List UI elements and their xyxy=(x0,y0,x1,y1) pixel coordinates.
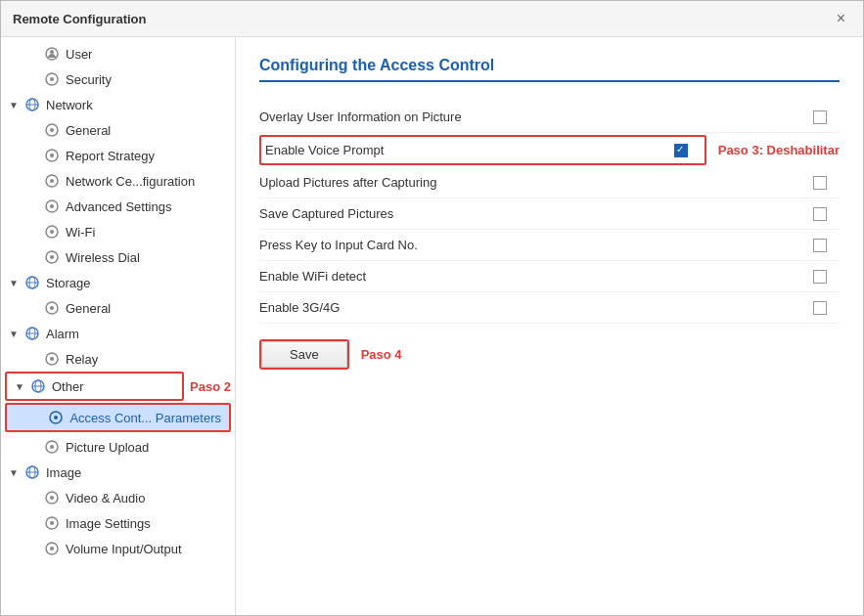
general-icon xyxy=(44,122,60,138)
picture-upload-icon xyxy=(44,439,60,455)
sidebar-label-storage: Storage xyxy=(46,276,91,290)
sidebar-label-video-audio: Video & Audio xyxy=(66,491,145,506)
save-area: Save Paso 4 xyxy=(259,339,840,370)
save-captured-label: Save Captured Pictures xyxy=(259,206,800,221)
sidebar-item-other[interactable]: ▼ Other xyxy=(5,372,184,401)
sidebar-item-report-strategy[interactable]: Report Strategy xyxy=(1,143,235,168)
enable-wifi-checkbox[interactable] xyxy=(813,270,827,284)
sidebar-label-access-cont: Access Cont... Parameters xyxy=(69,411,221,425)
arrow-placeholder xyxy=(28,303,40,314)
other-arrow: ▼ xyxy=(15,381,26,392)
sidebar-item-security[interactable]: Security xyxy=(1,66,235,92)
sidebar-label-wifi: Wi-Fi xyxy=(66,225,95,240)
image-settings-icon xyxy=(44,515,60,531)
enable-voice-check[interactable] xyxy=(661,144,701,157)
alarm-arrow: ▼ xyxy=(9,329,21,339)
sidebar-item-picture-upload[interactable]: Picture Upload xyxy=(1,434,235,460)
image-arrow: ▼ xyxy=(9,467,21,478)
sidebar-item-wifi[interactable]: Wi-Fi xyxy=(1,219,235,244)
wireless-dial-icon xyxy=(44,249,60,265)
security-icon xyxy=(44,71,60,87)
storage-general-icon xyxy=(44,300,60,316)
arrow-placeholder xyxy=(28,201,40,212)
arrow-placeholder xyxy=(28,151,40,161)
main-title: Configuring the Access Control xyxy=(259,57,840,82)
title-bar: Remote Configuration × xyxy=(1,1,863,37)
arrow-placeholder xyxy=(28,49,40,60)
svg-point-35 xyxy=(50,445,54,449)
save-captured-checkbox[interactable] xyxy=(813,207,827,221)
svg-point-3 xyxy=(50,77,54,81)
svg-point-8 xyxy=(50,128,54,132)
sidebar-item-network-config[interactable]: Network Ce...figuration xyxy=(1,168,235,194)
netconfig-icon xyxy=(44,173,60,189)
sidebar-item-image-settings[interactable]: Image Settings xyxy=(1,510,235,536)
sidebar-item-video-audio[interactable]: Video & Audio xyxy=(1,485,235,510)
sidebar-label-user: User xyxy=(66,47,92,62)
access-cont-icon xyxy=(48,410,64,425)
arrow-placeholder xyxy=(28,493,40,504)
press-key-check[interactable] xyxy=(800,239,840,252)
sidebar-label-netconfig: Network Ce...figuration xyxy=(66,174,195,189)
sidebar-label-report-strategy: Report Strategy xyxy=(66,149,155,163)
enable-3g-checkbox[interactable] xyxy=(813,301,827,315)
volume-icon xyxy=(44,541,60,556)
sidebar-item-general[interactable]: General xyxy=(1,117,235,143)
advanced-icon xyxy=(44,198,60,214)
form-row-enable-voice: Enable Voice Prompt xyxy=(259,135,706,165)
svg-point-12 xyxy=(50,179,54,183)
arrow-placeholder xyxy=(34,413,44,423)
other-row-wrapper: ▼ Other Paso 2 xyxy=(1,372,235,401)
sidebar-item-user[interactable]: User xyxy=(1,41,235,66)
upload-pictures-checkbox[interactable] xyxy=(813,176,827,190)
dialog-title: Remote Configuration xyxy=(13,12,147,26)
upload-pictures-check[interactable] xyxy=(800,176,840,190)
save-captured-check[interactable] xyxy=(800,207,840,221)
overlay-user-check[interactable] xyxy=(800,110,840,124)
arrow-placeholder xyxy=(28,227,40,238)
remote-config-dialog: Remote Configuration × User Security xyxy=(0,0,864,616)
form-row-enable-3g: Enable 3G/4G xyxy=(259,292,840,324)
sidebar-item-wireless-dial[interactable]: Wireless Dial xyxy=(1,244,235,270)
arrow-placeholder xyxy=(28,176,40,187)
sidebar-item-image[interactable]: ▼ Image xyxy=(1,460,235,485)
sidebar-item-relay[interactable]: Relay xyxy=(1,346,235,372)
report-icon xyxy=(44,148,60,163)
video-audio-icon xyxy=(44,490,60,506)
sidebar-item-access-cont[interactable]: Access Cont... Parameters xyxy=(5,403,231,432)
sidebar-item-network[interactable]: ▼ Network xyxy=(1,92,235,117)
svg-point-40 xyxy=(50,496,54,500)
overlay-user-checkbox[interactable] xyxy=(813,110,827,124)
sidebar-label-wireless-dial: Wireless Dial xyxy=(66,250,140,265)
image-icon xyxy=(24,464,40,480)
sidebar-label-relay: Relay xyxy=(66,352,98,367)
paso4-annotation: Paso 4 xyxy=(361,347,402,362)
arrow-placeholder xyxy=(28,74,40,85)
enable-voice-checkbox[interactable] xyxy=(674,144,688,157)
sidebar-label-storage-general: General xyxy=(66,301,111,316)
enable-3g-check[interactable] xyxy=(800,301,840,315)
sidebar-label-network: Network xyxy=(46,98,93,112)
svg-point-23 xyxy=(50,306,54,310)
form-row-save-captured: Save Captured Pictures xyxy=(259,198,840,230)
arrow-placeholder xyxy=(28,125,40,136)
enable-wifi-check[interactable] xyxy=(800,270,840,284)
alarm-icon xyxy=(24,326,40,341)
save-button[interactable]: Save xyxy=(261,341,347,368)
close-button[interactable]: × xyxy=(831,9,851,28)
svg-point-1 xyxy=(50,50,54,54)
sidebar-item-volume[interactable]: Volume Input/Output xyxy=(1,536,235,561)
sidebar-item-storage[interactable]: ▼ Storage xyxy=(1,270,235,295)
form-row-enable-wifi: Enable WiFi detect xyxy=(259,261,840,292)
sidebar-item-alarm[interactable]: ▼ Alarm xyxy=(1,321,235,346)
paso2-annotation: Paso 2 xyxy=(190,379,231,394)
dialog-content: User Security ▼ Network xyxy=(1,37,863,615)
arrow-placeholder xyxy=(28,544,40,554)
press-key-checkbox[interactable] xyxy=(813,239,827,252)
sidebar-label-alarm: Alarm xyxy=(46,327,79,341)
sidebar: User Security ▼ Network xyxy=(1,37,236,615)
arrow-placeholder xyxy=(28,518,40,529)
sidebar-item-storage-general[interactable]: General xyxy=(1,295,235,321)
svg-point-33 xyxy=(54,416,58,419)
sidebar-item-advanced[interactable]: Advanced Settings xyxy=(1,194,235,219)
